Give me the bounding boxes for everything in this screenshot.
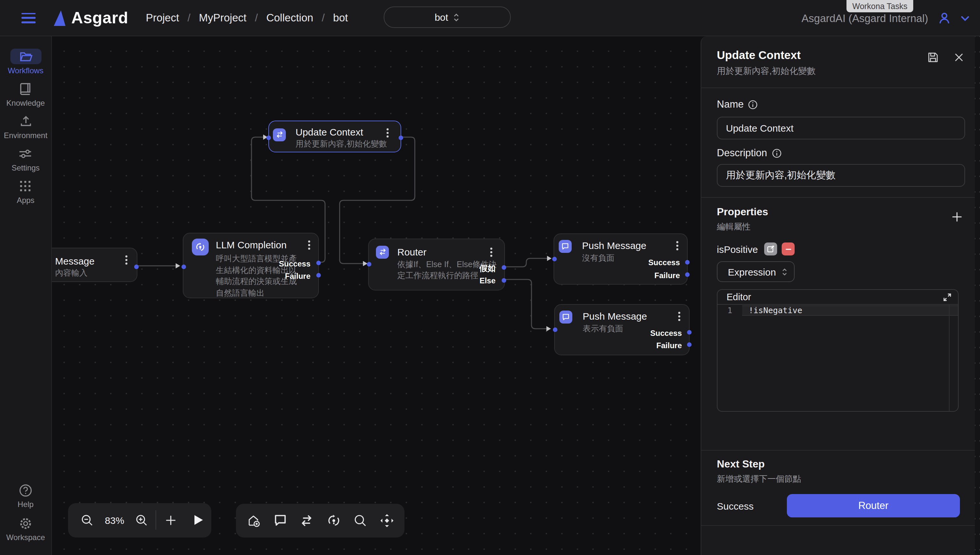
close-icon[interactable] (954, 52, 964, 63)
input-port[interactable] (552, 327, 557, 332)
node-title: LLM Completion (216, 239, 287, 250)
zoom-in-button[interactable] (127, 514, 156, 526)
output-port[interactable] (399, 135, 403, 140)
failure-port[interactable] (687, 342, 691, 347)
sidebar-item-workflows[interactable]: Workflows (8, 49, 43, 75)
window-scrollbar[interactable] (975, 36, 980, 555)
sidebar-item-label: Apps (17, 196, 35, 205)
next-step-target-button[interactable]: Router (787, 494, 960, 517)
node-subtitle: 內容輸入 (55, 268, 88, 279)
add-node-button[interactable] (157, 515, 186, 526)
sidebar-item-label: Environment (4, 131, 48, 140)
node-llm-completion[interactable]: LLM Completion 呼叫大型語言模型並產生結構化的資料輸出以輔助流程的… (183, 233, 319, 298)
panel-subtitle: 用於更新內容,初始化變數 (717, 66, 965, 77)
node-router[interactable]: Router 依據If、Else If、Else條件決定工作流程執行的路徑 假如… (368, 238, 504, 290)
user-icon[interactable] (937, 10, 952, 26)
app-logo: Asgard (54, 8, 128, 27)
kebab-menu-icon[interactable] (308, 240, 311, 250)
run-workflow-button[interactable] (186, 514, 211, 526)
menu-icon[interactable] (21, 13, 36, 23)
select-chevrons-icon (781, 268, 788, 276)
router-node-icon (376, 245, 389, 258)
zoom-toolbar: 83% (68, 503, 211, 537)
name-label-row: Name (717, 99, 965, 110)
next-step-title: Next Step (717, 459, 965, 470)
code-text[interactable]: !isNegative (742, 305, 802, 316)
info-icon[interactable] (748, 99, 758, 109)
kebab-menu-icon[interactable] (676, 241, 679, 251)
sidebar-item-environment[interactable]: Environment (4, 114, 48, 140)
node-update-context[interactable]: Update Context 用於更新內容,初始化變數 (268, 120, 401, 152)
expand-icon[interactable] (943, 293, 951, 301)
breadcrumb-myproject[interactable]: MyProject (199, 12, 247, 24)
input-port[interactable] (266, 135, 271, 140)
else-port[interactable] (502, 278, 506, 282)
workflow-canvas[interactable]: Message 內容輸入 LLM Completion 呼叫大型語言模型並產生結… (52, 36, 701, 555)
description-label-row: Description (717, 147, 965, 159)
node-push-message-bottom[interactable]: Push Message 表示有負面 Success Failure (554, 304, 690, 355)
breadcrumb-project[interactable]: Project (146, 12, 179, 24)
output-label-failure: Failure (285, 271, 311, 281)
add-property-icon[interactable] (951, 212, 962, 222)
node-message[interactable]: Message 內容輸入 (52, 247, 137, 282)
input-port[interactable] (367, 262, 371, 266)
llm-node-icon[interactable] (327, 513, 341, 528)
success-port[interactable] (687, 330, 691, 335)
failure-port[interactable] (316, 273, 320, 278)
workflow-select[interactable]: bot (384, 6, 511, 28)
kebab-menu-icon[interactable] (125, 255, 127, 265)
kebab-menu-icon[interactable] (386, 127, 389, 138)
success-port[interactable] (685, 260, 689, 264)
description-input[interactable] (717, 164, 965, 187)
property-name: isPositive (717, 244, 758, 255)
breadcrumb-bot[interactable]: bot (333, 12, 348, 24)
sidebar-item-settings[interactable]: Settings (12, 146, 40, 172)
output-label-success: Success (649, 258, 680, 267)
input-port[interactable] (181, 265, 186, 269)
node-title: Update Context (296, 126, 363, 137)
expression-editor[interactable]: Editor 1 !isNegative (717, 289, 959, 412)
input-port[interactable] (552, 257, 556, 261)
folder-icon (10, 49, 41, 64)
llm-node-icon (192, 239, 209, 255)
next-step-subtitle: 新增或選擇下一個節點 (717, 473, 965, 485)
property-type-select[interactable]: Expression (717, 261, 794, 282)
remove-property-icon[interactable] (782, 242, 795, 255)
search-icon[interactable] (354, 514, 367, 527)
add-trigger-icon[interactable] (246, 513, 261, 528)
if-port[interactable] (502, 265, 506, 270)
save-icon[interactable] (927, 52, 938, 63)
gear-icon (19, 515, 32, 531)
swap-arrows-icon[interactable] (300, 513, 314, 528)
logo-triangle-icon (54, 10, 66, 26)
failure-port[interactable] (685, 272, 689, 277)
message-node-icon[interactable] (273, 514, 287, 528)
edit-property-icon[interactable] (764, 242, 777, 255)
kebab-menu-icon[interactable] (678, 311, 681, 321)
node-subtitle: 沒有負面 (582, 253, 615, 264)
output-port[interactable] (134, 264, 139, 269)
kebab-menu-icon[interactable] (490, 247, 492, 257)
node-title: Push Message (582, 240, 646, 251)
next-step-section: Next Step 新增或選擇下一個節點 Success Router (701, 451, 975, 526)
edge-layer (52, 36, 701, 555)
top-navbar: Asgard Project / MyProject / Collection … (0, 0, 980, 36)
sliders-icon (18, 146, 33, 162)
zoom-out-button[interactable] (73, 514, 102, 526)
breadcrumb-collection[interactable]: Collection (266, 12, 313, 24)
info-icon[interactable] (772, 148, 781, 158)
success-port[interactable] (316, 261, 320, 265)
sidebar-item-apps[interactable]: Apps (17, 178, 35, 205)
editor-scrollbar[interactable] (949, 304, 950, 411)
name-input[interactable] (717, 117, 965, 140)
node-config-panel: Update Context 用於更新內容,初始化變數 Name Descrip… (701, 36, 975, 555)
sidebar-item-knowledge[interactable]: Knowledge (6, 81, 45, 107)
node-push-message-top[interactable]: Push Message 沒有負面 Success Failure (554, 233, 688, 285)
zoom-level: 83% (102, 515, 128, 526)
output-label-failure: Failure (656, 341, 682, 350)
sidebar-item-help[interactable]: Help (18, 482, 34, 509)
account-chevron-down-icon[interactable] (961, 15, 970, 21)
move-canvas-icon[interactable] (380, 513, 394, 528)
edge-router-else-to-push-bottom (504, 279, 546, 329)
sidebar-item-workspace[interactable]: Workspace (6, 515, 45, 542)
